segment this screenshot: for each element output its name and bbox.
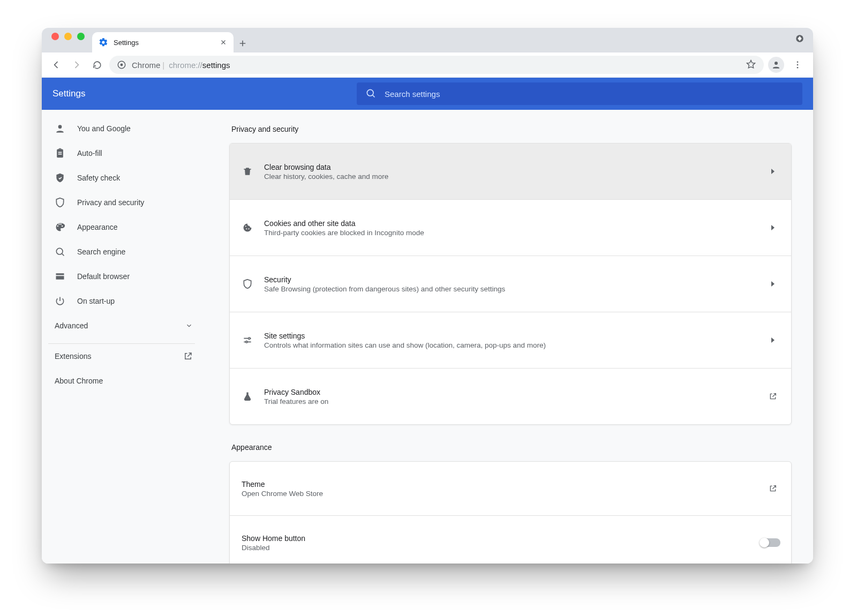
svg-point-11: [246, 341, 247, 343]
chevron-right-icon: [765, 225, 780, 230]
browser-menu-icon[interactable]: [795, 34, 805, 43]
trash-icon: [242, 166, 253, 177]
row-subtitle: Trial features are on: [264, 397, 755, 405]
clipboard-icon: [55, 148, 65, 159]
sidebar-item-label: Default browser: [77, 272, 130, 281]
sidebar-item-you-and-google[interactable]: You and Google: [42, 116, 208, 141]
section-title-appearance: Appearance: [231, 443, 792, 452]
kebab-menu-icon[interactable]: [788, 56, 807, 74]
flask-icon: [242, 391, 253, 402]
row-title: Cookies and other site data: [264, 219, 755, 228]
shield-icon: [55, 197, 65, 208]
svg-point-6: [797, 67, 799, 69]
url-site: Chrome: [132, 61, 160, 70]
open-external-icon: [765, 392, 780, 401]
search-box[interactable]: [357, 82, 802, 105]
main-content: Privacy and security Clear browsing data…: [208, 110, 813, 564]
sidebar-item-privacy-security[interactable]: Privacy and security: [42, 190, 208, 215]
row-subtitle: Clear history, cookies, cache and more: [264, 172, 755, 181]
settings-header: Settings: [42, 78, 813, 110]
search-input[interactable]: [384, 89, 794, 99]
row-title: Theme: [242, 480, 755, 489]
row-title: Clear browsing data: [264, 163, 755, 171]
svg-point-2: [121, 64, 123, 66]
row-clear-browsing-data[interactable]: Clear browsing data Clear history, cooki…: [230, 144, 791, 199]
svg-point-10: [249, 337, 250, 339]
sidebar-item-default-browser[interactable]: Default browser: [42, 264, 208, 289]
row-subtitle: Disabled: [242, 544, 749, 552]
sidebar-item-label: You and Google: [77, 124, 131, 133]
sidebar-about-chrome[interactable]: About Chrome: [42, 369, 208, 393]
sidebar-item-on-startup[interactable]: On start-up: [42, 289, 208, 313]
extensions-label: Extensions: [55, 352, 91, 360]
profile-avatar-icon[interactable]: [768, 57, 784, 73]
window-minimize-button[interactable]: [64, 33, 72, 40]
sidebar-advanced-toggle[interactable]: Advanced: [42, 313, 208, 338]
row-privacy-sandbox[interactable]: Privacy Sandbox Trial features are on: [230, 368, 791, 424]
chevron-right-icon: [765, 337, 780, 343]
row-title: Show Home button: [242, 534, 749, 543]
row-title: Privacy Sandbox: [264, 388, 755, 396]
tab-title: Settings: [114, 39, 214, 47]
row-cookies[interactable]: Cookies and other site data Third-party …: [230, 199, 791, 256]
sliders-icon: [242, 335, 253, 345]
toolbar: Chrome | chrome://settings: [42, 52, 813, 78]
url-path: settings: [202, 61, 230, 70]
row-subtitle: Safe Browsing (protection from dangerous…: [264, 285, 755, 293]
sidebar-item-safety-check[interactable]: Safety check: [42, 166, 208, 190]
page-title: Settings: [52, 88, 185, 99]
search-icon: [365, 88, 376, 100]
palette-icon: [55, 222, 65, 232]
sidebar: You and Google Auto-fill Safety check Pr…: [42, 110, 208, 564]
row-title: Site settings: [264, 332, 755, 340]
row-title: Security: [264, 275, 755, 284]
open-external-icon: [183, 351, 193, 361]
browser-tab[interactable]: Settings: [92, 32, 234, 52]
shield-check-icon: [55, 172, 65, 183]
row-site-settings[interactable]: Site settings Controls what information …: [230, 312, 791, 368]
advanced-label: Advanced: [55, 321, 88, 330]
row-security[interactable]: Security Safe Browsing (protection from …: [230, 256, 791, 312]
chevron-right-icon: [765, 281, 780, 287]
chevron-right-icon: [765, 169, 780, 174]
svg-point-9: [56, 248, 63, 254]
sidebar-item-appearance[interactable]: Appearance: [42, 215, 208, 239]
sidebar-item-label: Search engine: [77, 247, 125, 256]
svg-point-3: [775, 62, 778, 65]
bookmark-star-icon[interactable]: [746, 59, 756, 71]
person-icon: [55, 123, 65, 134]
sidebar-item-label: Appearance: [77, 223, 118, 231]
close-icon[interactable]: [220, 39, 227, 46]
shield-icon: [242, 279, 253, 289]
open-external-icon: [765, 484, 780, 493]
browser-window: Settings: [42, 28, 813, 564]
window-close-button[interactable]: [51, 33, 59, 40]
power-icon: [55, 296, 65, 306]
toggle-home-button[interactable]: [760, 538, 780, 547]
window-zoom-button[interactable]: [77, 33, 85, 40]
settings-gear-icon: [99, 37, 108, 47]
sidebar-item-auto-fill[interactable]: Auto-fill: [42, 141, 208, 166]
search-icon: [55, 246, 65, 257]
reload-button[interactable]: [89, 57, 105, 73]
svg-point-4: [797, 61, 799, 63]
new-tab-button[interactable]: [234, 34, 252, 52]
svg-point-7: [367, 89, 373, 96]
chevron-down-icon: [185, 322, 193, 329]
card-appearance: Theme Open Chrome Web Store Show Home bu…: [229, 461, 792, 564]
titlebar: Settings: [42, 28, 813, 52]
row-subtitle: Open Chrome Web Store: [242, 490, 755, 498]
row-theme[interactable]: Theme Open Chrome Web Store: [230, 462, 791, 515]
row-show-home-button[interactable]: Show Home button Disabled: [230, 515, 791, 564]
sidebar-item-label: Auto-fill: [77, 149, 102, 157]
svg-point-5: [797, 64, 799, 66]
back-button[interactable]: [48, 57, 64, 73]
address-bar[interactable]: Chrome | chrome://settings: [109, 56, 764, 74]
cookie-icon: [242, 222, 253, 233]
sidebar-item-label: Safety check: [77, 174, 120, 182]
card-privacy: Clear browsing data Clear history, cooki…: [229, 143, 792, 425]
sidebar-extensions[interactable]: Extensions: [42, 344, 208, 369]
section-title-privacy: Privacy and security: [231, 125, 792, 133]
sidebar-item-search-engine[interactable]: Search engine: [42, 239, 208, 264]
forward-button[interactable]: [69, 57, 85, 73]
